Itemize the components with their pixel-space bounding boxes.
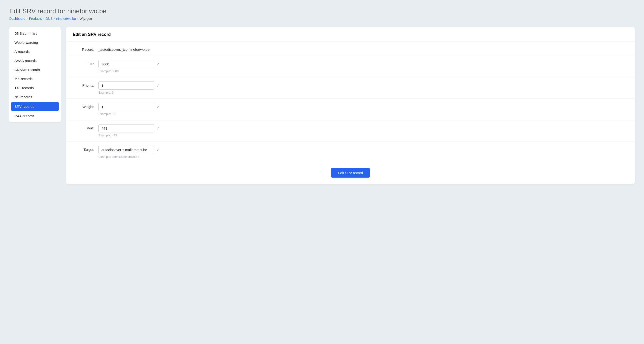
breadcrumb-dashboard[interactable]: Dashboard <box>9 17 26 20</box>
breadcrumb-sep-3: › <box>54 17 55 20</box>
sidebar-item-caa-records[interactable]: CAA-records <box>9 112 60 121</box>
weight-label: Weight: <box>73 103 98 109</box>
record-field: _autodiscover._tcp.ninefortwo.be <box>98 46 187 51</box>
priority-input[interactable] <box>98 81 154 90</box>
record-value: _autodiscover._tcp.ninefortwo.be <box>98 46 187 51</box>
priority-label: Priority: <box>73 81 98 87</box>
ttl-check-icon: ✓ <box>156 62 160 67</box>
sidebar: DNS summary Webforwarding A-records AAAA… <box>9 27 60 122</box>
sidebar-item-srv-records[interactable]: SRV-records <box>11 102 59 111</box>
sidebar-item-aaaa-records[interactable]: AAAA-records <box>9 56 60 65</box>
ttl-input[interactable] <box>98 60 154 68</box>
weight-row: Weight: ✓ Example: 10 <box>66 99 635 120</box>
sidebar-item-cname-records[interactable]: CNAME-records <box>9 65 60 74</box>
breadcrumb-sep-1: › <box>27 17 28 20</box>
ttl-hint: Example: 3600 <box>98 69 187 73</box>
sidebar-item-webforwarding[interactable]: Webforwarding <box>9 38 60 47</box>
priority-row: Priority: ✓ Example: 5 <box>66 77 635 99</box>
target-input[interactable] <box>98 146 154 154</box>
sidebar-item-ns-records[interactable]: NS-records <box>9 92 60 102</box>
breadcrumb-domain[interactable]: ninefortwo.be <box>56 17 76 20</box>
breadcrumb-sep-4: › <box>77 17 78 20</box>
weight-hint: Example: 10 <box>98 112 187 116</box>
port-field: ✓ Example: 443 <box>98 124 187 137</box>
target-hint: Example: server.ninefortwo.be <box>98 155 187 159</box>
ttl-field: ✓ Example: 3600 <box>98 60 187 73</box>
weight-field: ✓ Example: 10 <box>98 103 187 116</box>
breadcrumb-products[interactable]: Products <box>29 17 42 20</box>
sidebar-item-dns-summary[interactable]: DNS summary <box>9 29 60 38</box>
content-header: Edit an SRV record <box>66 27 635 41</box>
port-input[interactable] <box>98 124 154 133</box>
ttl-row: TTL: ✓ Example: 3600 <box>66 56 635 77</box>
target-field: ✓ Example: server.ninefortwo.be <box>98 146 187 159</box>
breadcrumb-dns[interactable]: DNS <box>46 17 53 20</box>
form-actions: Edit SRV record <box>66 163 635 184</box>
sidebar-item-a-records[interactable]: A-records <box>9 47 60 56</box>
weight-input[interactable] <box>98 103 154 111</box>
sidebar-item-mx-records[interactable]: MX-records <box>9 74 60 83</box>
ttl-label: TTL: <box>73 60 98 66</box>
target-row: Target: ✓ Example: server.ninefortwo.be <box>66 142 635 163</box>
weight-check-icon: ✓ <box>156 105 160 110</box>
port-hint: Example: 443 <box>98 134 187 137</box>
priority-check-icon: ✓ <box>156 83 160 88</box>
port-row: Port: ✓ Example: 443 <box>66 120 635 142</box>
port-label: Port: <box>73 124 98 130</box>
breadcrumb: Dashboard › Products › DNS › ninefortwo.… <box>9 17 635 20</box>
sidebar-item-txt-records[interactable]: TXT-records <box>9 83 60 92</box>
submit-button[interactable]: Edit SRV record <box>331 168 370 177</box>
content-title: Edit an SRV record <box>73 32 628 37</box>
breadcrumb-current: Wijzigen <box>80 17 92 20</box>
form-section: Record: _autodiscover._tcp.ninefortwo.be… <box>66 41 635 184</box>
priority-hint: Example: 5 <box>98 91 187 94</box>
priority-field: ✓ Example: 5 <box>98 81 187 94</box>
main-content: Edit an SRV record Record: _autodiscover… <box>66 27 635 184</box>
target-label: Target: <box>73 146 98 152</box>
target-check-icon: ✓ <box>156 147 160 153</box>
record-row: Record: _autodiscover._tcp.ninefortwo.be <box>66 41 635 56</box>
record-label: Record: <box>73 46 98 51</box>
breadcrumb-sep-2: › <box>43 17 44 20</box>
page-title: Edit SRV record for ninefortwo.be <box>9 7 635 15</box>
port-check-icon: ✓ <box>156 126 160 131</box>
